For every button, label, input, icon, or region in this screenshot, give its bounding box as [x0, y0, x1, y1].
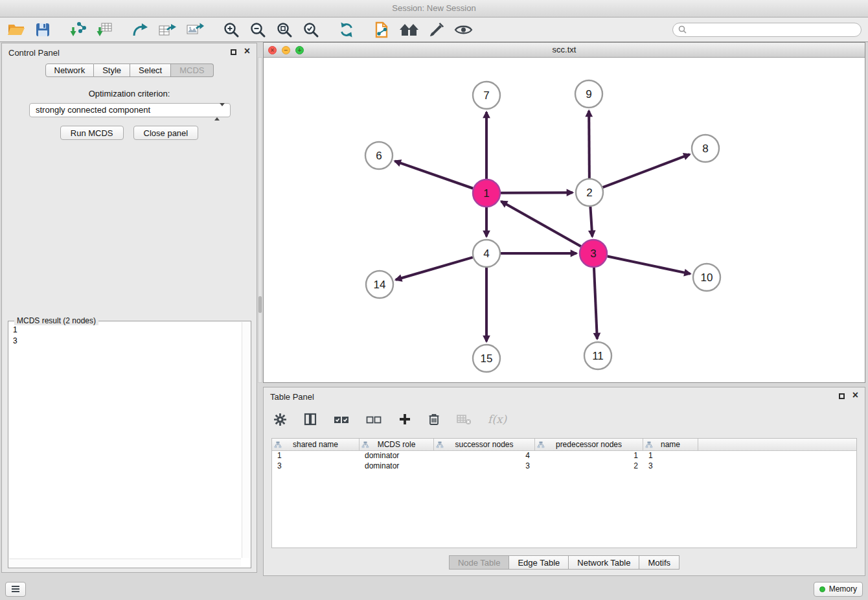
new-network-from-selection-button[interactable] — [131, 21, 149, 38]
search-box[interactable] — [672, 23, 862, 37]
graph-edge-2-3[interactable] — [590, 207, 592, 237]
zoom-out-button[interactable] — [249, 21, 267, 39]
column-header-mcds-role[interactable]: MCDS role — [360, 439, 434, 450]
graph-edge-2-8[interactable] — [603, 154, 690, 187]
export-table-button[interactable] — [157, 21, 177, 38]
table-settings-button[interactable] — [273, 412, 288, 427]
open-session-button[interactable] — [6, 21, 26, 38]
table-panel: Table Panel × f(x) shared n — [263, 387, 865, 576]
graph-edge-1-2[interactable] — [501, 192, 573, 193]
result-horizontal-scrollbar[interactable] — [9, 559, 241, 567]
search-input[interactable] — [690, 25, 856, 34]
graph-edge-1-6[interactable] — [395, 161, 474, 189]
import-table-button[interactable] — [95, 21, 113, 39]
create-column-button[interactable] — [398, 412, 412, 426]
control-panel-title: Control Panel — [8, 48, 60, 58]
memory-label: Memory — [829, 584, 857, 594]
export-document-icon — [374, 21, 389, 38]
column-header-shared-name[interactable]: shared name — [272, 439, 360, 450]
tab-network[interactable]: Network — [45, 63, 94, 77]
network-window-titlebar[interactable]: × − + scc.txt — [264, 43, 865, 58]
result-line: 3 — [13, 336, 238, 347]
zoom-fit-icon — [276, 21, 293, 38]
tab-network-table[interactable]: Network Table — [569, 555, 639, 570]
gear-icon — [273, 413, 287, 426]
dropdown-stepper-icon — [214, 106, 225, 118]
network-window-title: scc.txt — [264, 43, 865, 57]
delete-table-icon — [457, 413, 472, 425]
list-icon — [11, 585, 20, 593]
function-builder-button[interactable]: f(x) — [488, 413, 507, 426]
unchecked-boxes-icon — [366, 414, 382, 425]
tab-style[interactable]: Style — [94, 63, 130, 77]
float-panel-icon[interactable] — [231, 49, 236, 55]
save-session-button[interactable] — [34, 21, 51, 38]
graph-edge-3-1[interactable] — [501, 202, 581, 246]
save-icon — [35, 22, 51, 38]
graph-node-label: 8 — [702, 143, 708, 155]
close-panel-icon[interactable]: × — [244, 45, 250, 57]
column-header-name[interactable]: name — [643, 439, 698, 450]
column-header-successor-nodes[interactable]: successor nodes — [434, 439, 535, 450]
graph-node-label: 4 — [483, 248, 489, 260]
minimize-window-icon[interactable]: − — [282, 46, 290, 54]
deselect-all-columns-button[interactable] — [365, 413, 382, 426]
window-titlebar: Session: New Session — [0, 0, 868, 17]
run-mcds-button[interactable]: Run MCDS — [60, 126, 124, 140]
zoom-out-icon — [249, 21, 266, 38]
vertical-scrollbar[interactable] — [258, 57, 262, 383]
zoom-fit-button[interactable] — [275, 21, 293, 39]
status-bar: Memory — [0, 578, 868, 600]
refresh-icon — [338, 21, 355, 38]
memory-button[interactable]: Memory — [814, 582, 863, 597]
home-icon — [399, 22, 419, 38]
home-button[interactable] — [398, 21, 420, 38]
close-window-icon[interactable]: × — [268, 46, 277, 54]
tab-motifs[interactable]: Motifs — [639, 555, 680, 570]
control-panel-tabs: Network Style Select MCDS — [45, 63, 213, 77]
network-view-canvas[interactable]: 7968124314101511 — [264, 58, 865, 382]
tab-select[interactable]: Select — [130, 63, 171, 77]
table-row[interactable]: 1 dominator 4 1 1 — [272, 451, 856, 461]
zoom-window-icon[interactable]: + — [295, 46, 304, 54]
export-image-button[interactable] — [185, 21, 205, 38]
mcds-result-text[interactable]: 1 3 — [10, 323, 240, 557]
delete-column-button[interactable] — [428, 412, 440, 426]
export-document-button[interactable] — [373, 21, 390, 39]
tab-edge-table[interactable]: Edge Table — [509, 555, 569, 570]
zoom-selected-button[interactable] — [302, 21, 320, 39]
column-header-predecessor-nodes[interactable]: predecessor nodes — [535, 439, 643, 450]
result-vertical-scrollbar[interactable] — [242, 322, 250, 558]
tab-mcds[interactable]: MCDS — [171, 63, 213, 77]
show-hide-button[interactable] — [453, 21, 474, 38]
zoom-selected-icon — [303, 21, 319, 38]
table-panel-title: Table Panel — [270, 392, 314, 402]
float-table-panel-icon[interactable] — [839, 393, 845, 399]
graph-edge-2-9[interactable] — [589, 111, 589, 178]
scrollbar-thumb[interactable] — [258, 296, 262, 313]
graph-edge-3-11[interactable] — [594, 268, 597, 339]
graph-edge-3-10[interactable] — [608, 257, 691, 274]
column-type-icon — [436, 441, 444, 448]
tab-node-table[interactable]: Node Table — [449, 555, 510, 570]
close-table-panel-icon[interactable]: × — [852, 389, 858, 401]
search-icon — [678, 25, 687, 34]
refresh-button[interactable] — [337, 21, 356, 39]
style-brush-button[interactable] — [428, 21, 445, 38]
task-history-button[interactable] — [5, 582, 26, 597]
graph-node-label: 15 — [481, 352, 493, 365]
columns-icon — [304, 413, 317, 426]
show-columns-button[interactable] — [303, 412, 317, 426]
graph-edge-4-14[interactable] — [396, 257, 473, 280]
column-header-filler — [698, 439, 856, 450]
close-panel-button[interactable]: Close panel — [133, 126, 199, 140]
select-all-columns-button[interactable] — [333, 413, 350, 426]
delete-table-button[interactable] — [456, 413, 472, 426]
brush-icon — [429, 22, 444, 38]
network-window: × − + scc.txt 7968124314101511 — [263, 42, 865, 383]
criterion-dropdown[interactable]: strongly connected component — [29, 103, 231, 117]
import-network-button[interactable] — [69, 21, 87, 39]
zoom-in-button[interactable] — [222, 21, 240, 39]
table-row[interactable]: 3 dominator 3 2 3 — [272, 461, 856, 472]
column-type-icon — [361, 441, 369, 448]
